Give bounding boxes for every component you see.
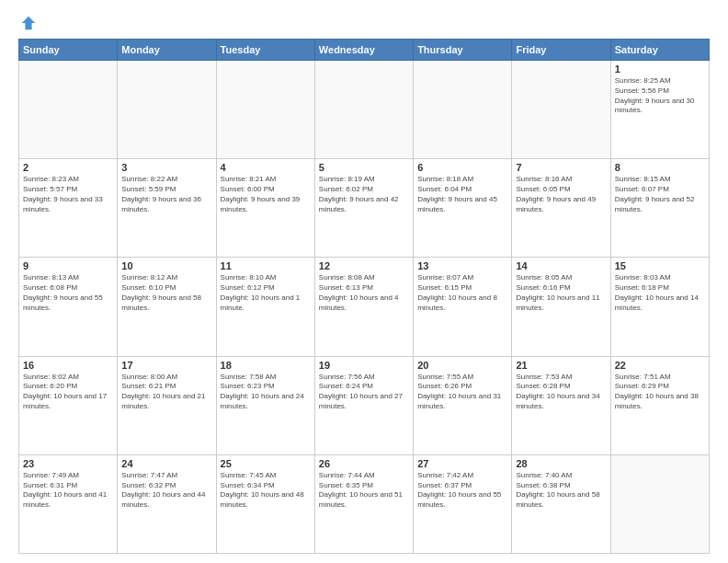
calendar-cell: 8Sunrise: 8:15 AM Sunset: 6:07 PM Daylig… (610, 159, 709, 258)
day-number: 28 (516, 458, 606, 469)
header (18, 15, 710, 31)
day-number: 14 (516, 260, 606, 271)
calendar-cell: 13Sunrise: 8:07 AM Sunset: 6:15 PM Dayli… (414, 258, 512, 356)
day-number: 27 (417, 458, 507, 469)
day-info: Sunrise: 7:51 AM Sunset: 6:29 PM Dayligh… (615, 373, 705, 412)
day-info: Sunrise: 8:08 AM Sunset: 6:13 PM Dayligh… (319, 273, 409, 313)
day-info: Sunrise: 7:47 AM Sunset: 6:32 PM Dayligh… (121, 471, 211, 511)
day-info: Sunrise: 8:23 AM Sunset: 5:57 PM Dayligh… (23, 175, 113, 214)
calendar-cell: 1Sunrise: 8:25 AM Sunset: 5:56 PM Daylig… (610, 61, 709, 159)
calendar-cell (216, 61, 314, 159)
day-number: 19 (319, 360, 409, 371)
day-number: 20 (417, 360, 507, 371)
day-info: Sunrise: 8:03 AM Sunset: 6:18 PM Dayligh… (615, 273, 705, 313)
calendar-cell: 22Sunrise: 7:51 AM Sunset: 6:29 PM Dayli… (610, 356, 709, 454)
day-info: Sunrise: 8:15 AM Sunset: 6:07 PM Dayligh… (615, 175, 705, 214)
calendar-header-row: SundayMondayTuesdayWednesdayThursdayFrid… (19, 40, 710, 61)
day-number: 8 (615, 162, 705, 173)
calendar-week-row: 9Sunrise: 8:13 AM Sunset: 6:08 PM Daylig… (19, 258, 710, 356)
day-number: 12 (319, 260, 409, 271)
day-number: 16 (23, 360, 113, 371)
calendar-week-row: 2Sunrise: 8:23 AM Sunset: 5:57 PM Daylig… (19, 159, 710, 258)
day-info: Sunrise: 8:21 AM Sunset: 6:00 PM Dayligh… (221, 175, 311, 214)
day-info: Sunrise: 7:45 AM Sunset: 6:34 PM Dayligh… (221, 471, 311, 511)
day-number: 7 (516, 162, 606, 173)
calendar-day-header: Thursday (414, 40, 512, 61)
calendar-cell: 15Sunrise: 8:03 AM Sunset: 6:18 PM Dayli… (610, 258, 709, 356)
day-number: 15 (615, 260, 705, 271)
day-number: 17 (121, 360, 211, 371)
calendar-cell: 25Sunrise: 7:45 AM Sunset: 6:34 PM Dayli… (216, 454, 314, 553)
day-info: Sunrise: 7:56 AM Sunset: 6:24 PM Dayligh… (319, 373, 409, 412)
day-number: 23 (23, 458, 113, 469)
calendar-cell: 27Sunrise: 7:42 AM Sunset: 6:37 PM Dayli… (414, 454, 512, 553)
calendar-cell: 9Sunrise: 8:13 AM Sunset: 6:08 PM Daylig… (19, 258, 118, 356)
calendar-cell (610, 454, 709, 553)
day-number: 11 (221, 260, 311, 271)
calendar-cell (512, 61, 610, 159)
day-info: Sunrise: 7:40 AM Sunset: 6:38 PM Dayligh… (516, 471, 606, 511)
calendar-cell: 5Sunrise: 8:19 AM Sunset: 6:02 PM Daylig… (314, 159, 413, 258)
calendar-cell: 20Sunrise: 7:55 AM Sunset: 6:26 PM Dayli… (414, 356, 512, 454)
day-number: 9 (23, 260, 113, 271)
day-info: Sunrise: 7:55 AM Sunset: 6:26 PM Dayligh… (417, 373, 507, 412)
day-info: Sunrise: 8:13 AM Sunset: 6:08 PM Dayligh… (23, 273, 113, 313)
day-info: Sunrise: 7:44 AM Sunset: 6:35 PM Dayligh… (319, 471, 409, 511)
calendar-cell (414, 61, 512, 159)
day-info: Sunrise: 8:25 AM Sunset: 5:56 PM Dayligh… (615, 76, 705, 116)
calendar-day-header: Monday (118, 40, 216, 61)
svg-marker-0 (22, 17, 35, 29)
day-info: Sunrise: 8:10 AM Sunset: 6:12 PM Dayligh… (221, 273, 311, 313)
day-number: 1 (615, 63, 705, 75)
calendar-cell (118, 61, 216, 159)
calendar-week-row: 23Sunrise: 7:49 AM Sunset: 6:31 PM Dayli… (19, 454, 710, 553)
calendar-cell: 17Sunrise: 8:00 AM Sunset: 6:21 PM Dayli… (118, 356, 216, 454)
calendar-cell: 12Sunrise: 8:08 AM Sunset: 6:13 PM Dayli… (314, 258, 413, 356)
day-info: Sunrise: 8:00 AM Sunset: 6:21 PM Dayligh… (121, 373, 211, 412)
calendar-day-header: Saturday (610, 40, 709, 61)
logo (18, 15, 37, 31)
calendar-cell: 4Sunrise: 8:21 AM Sunset: 6:00 PM Daylig… (216, 159, 314, 258)
calendar-cell: 23Sunrise: 7:49 AM Sunset: 6:31 PM Dayli… (19, 454, 118, 553)
day-info: Sunrise: 8:12 AM Sunset: 6:10 PM Dayligh… (121, 273, 211, 313)
calendar-cell (19, 61, 118, 159)
day-number: 24 (121, 458, 211, 469)
calendar-cell: 3Sunrise: 8:22 AM Sunset: 5:59 PM Daylig… (118, 159, 216, 258)
calendar-cell: 26Sunrise: 7:44 AM Sunset: 6:35 PM Dayli… (314, 454, 413, 553)
calendar-cell (314, 61, 413, 159)
day-info: Sunrise: 8:05 AM Sunset: 6:16 PM Dayligh… (516, 273, 606, 313)
day-number: 4 (221, 162, 311, 173)
day-number: 21 (516, 360, 606, 371)
day-number: 3 (121, 162, 211, 173)
day-info: Sunrise: 7:58 AM Sunset: 6:23 PM Dayligh… (221, 373, 311, 412)
calendar-day-header: Friday (512, 40, 610, 61)
calendar-cell: 11Sunrise: 8:10 AM Sunset: 6:12 PM Dayli… (216, 258, 314, 356)
logo-icon (20, 15, 37, 31)
calendar-table: SundayMondayTuesdayWednesdayThursdayFrid… (18, 39, 710, 554)
day-info: Sunrise: 8:07 AM Sunset: 6:15 PM Dayligh… (417, 273, 507, 313)
day-info: Sunrise: 7:42 AM Sunset: 6:37 PM Dayligh… (417, 471, 507, 511)
calendar-cell: 18Sunrise: 7:58 AM Sunset: 6:23 PM Dayli… (216, 356, 314, 454)
calendar-day-header: Tuesday (216, 40, 314, 61)
day-number: 5 (319, 162, 409, 173)
calendar-cell: 7Sunrise: 8:16 AM Sunset: 6:05 PM Daylig… (512, 159, 610, 258)
calendar-cell: 19Sunrise: 7:56 AM Sunset: 6:24 PM Dayli… (314, 356, 413, 454)
day-number: 22 (615, 360, 705, 371)
calendar-day-header: Wednesday (314, 40, 413, 61)
day-number: 18 (221, 360, 311, 371)
page: SundayMondayTuesdayWednesdayThursdayFrid… (0, 0, 728, 563)
day-info: Sunrise: 8:22 AM Sunset: 5:59 PM Dayligh… (121, 175, 211, 214)
calendar-cell: 10Sunrise: 8:12 AM Sunset: 6:10 PM Dayli… (118, 258, 216, 356)
calendar-day-header: Sunday (19, 40, 118, 61)
day-number: 10 (121, 260, 211, 271)
calendar-cell: 2Sunrise: 8:23 AM Sunset: 5:57 PM Daylig… (19, 159, 118, 258)
calendar-cell: 21Sunrise: 7:53 AM Sunset: 6:28 PM Dayli… (512, 356, 610, 454)
calendar-week-row: 1Sunrise: 8:25 AM Sunset: 5:56 PM Daylig… (19, 61, 710, 159)
calendar-cell: 28Sunrise: 7:40 AM Sunset: 6:38 PM Dayli… (512, 454, 610, 553)
calendar-cell: 16Sunrise: 8:02 AM Sunset: 6:20 PM Dayli… (19, 356, 118, 454)
day-info: Sunrise: 8:16 AM Sunset: 6:05 PM Dayligh… (516, 175, 606, 214)
day-info: Sunrise: 7:49 AM Sunset: 6:31 PM Dayligh… (23, 471, 113, 511)
day-info: Sunrise: 8:19 AM Sunset: 6:02 PM Dayligh… (319, 175, 409, 214)
day-number: 13 (417, 260, 507, 271)
day-number: 2 (23, 162, 113, 173)
